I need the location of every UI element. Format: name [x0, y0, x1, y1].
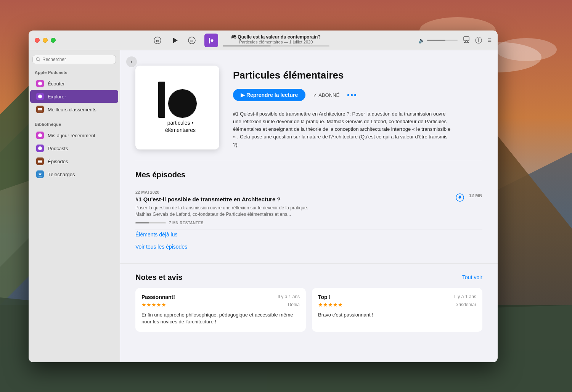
- search-box[interactable]: [32, 55, 116, 64]
- back-button[interactable]: ‹: [126, 56, 137, 67]
- sidebar-section-bibliotheque: Bibliothèque: [29, 120, 120, 129]
- episode-item: 22 MAI 2020 #1 Qu'est-il possible de tra…: [135, 185, 482, 230]
- review-meta-1: ★★★★★ Déhia: [141, 302, 300, 308]
- progress-fill: [223, 45, 271, 47]
- review-meta-2: ★★★★★ xrisdemar: [318, 302, 476, 308]
- podcast-info: Particules élémentaires ▶ Reprendre la l…: [233, 66, 482, 149]
- sidebar-item-explorer[interactable]: Explorer: [30, 90, 118, 103]
- review-card-1: Passionnant! Il y a 1 ans ★★★★★ Déhia En…: [135, 288, 306, 332]
- review-title-1: Passionnant!: [141, 294, 175, 300]
- svg-rect-28: [38, 160, 42, 161]
- svg-rect-25: [38, 111, 42, 111]
- reviews-see-all-button[interactable]: Tout voir: [462, 274, 482, 280]
- app-window: 15 30 |●: [29, 31, 498, 362]
- episode-progress-fill: [135, 222, 149, 223]
- title-bar: 15 30 |●: [29, 31, 498, 50]
- review-card-2: Top ! Il y a 1 ans ★★★★★ xrisdemar Bravo…: [312, 288, 482, 332]
- podcast-cover-art: particules •élémentaires: [151, 74, 204, 141]
- reviewer-name-1: Déhia: [288, 302, 300, 307]
- review-header-2: Top ! Il y a 1 ans: [318, 294, 476, 300]
- sidebar-item-telecharges-label: Téléchargés: [48, 172, 75, 177]
- podcasts-icon: [36, 145, 44, 152]
- minimize-button[interactable]: [43, 38, 48, 43]
- info-icon[interactable]: ⓘ: [475, 36, 482, 45]
- episode-duration: 12 MN: [469, 193, 482, 198]
- review-header-1: Passionnant! Il y a 1 ans: [141, 294, 300, 300]
- review-date-2: Il y a 1 ans: [454, 294, 476, 299]
- voir-tous-episodes-link[interactable]: Voir tous les épisodes: [135, 242, 187, 251]
- airplay-icon[interactable]: [463, 36, 470, 45]
- forward-button[interactable]: 30: [187, 35, 197, 45]
- review-title-2: Top !: [318, 294, 331, 300]
- volume-slider-fill: [427, 40, 445, 41]
- sidebar-item-ecouter[interactable]: Écouter: [30, 77, 118, 90]
- podcast-cover: particules •élémentaires: [135, 66, 219, 149]
- maximize-button[interactable]: [51, 38, 56, 43]
- episode-progress-text: 7 MN RESTANTES: [169, 221, 204, 225]
- svg-marker-31: [39, 174, 42, 175]
- svg-rect-23: [38, 108, 42, 109]
- review-stars-2: ★★★★★: [318, 302, 343, 308]
- svg-rect-29: [38, 161, 42, 162]
- episode-meta: 22 MAI 2020 #1 Qu'est-il possible de tra…: [135, 190, 449, 225]
- volume-control: 🔈: [418, 37, 458, 43]
- playback-progress-bar[interactable]: [223, 45, 329, 47]
- sidebar-item-classements[interactable]: Meilleurs classements: [30, 103, 118, 116]
- svg-rect-35: [459, 196, 461, 197]
- episode-actions: 12 MN: [455, 190, 482, 225]
- volume-icon: 🔈: [418, 37, 425, 43]
- now-playing-info: #5 Quelle est la valeur du contemporain?…: [223, 34, 329, 47]
- sidebar-item-podcasts[interactable]: Podcasts: [30, 142, 118, 155]
- svg-rect-30: [38, 162, 42, 163]
- now-playing-artwork: |●: [204, 34, 218, 47]
- review-text-2: Bravo c'est passionnant !: [318, 312, 476, 319]
- explorer-icon: [36, 93, 44, 100]
- svg-point-22: [38, 95, 42, 98]
- sidebar-item-telecharges[interactable]: Téléchargés: [30, 168, 118, 181]
- subscribed-button[interactable]: ✓ ABONNÉ: [313, 92, 339, 98]
- logo-circle: [168, 89, 197, 118]
- elements-deja-lus-link[interactable]: Éléments déjà lus: [135, 230, 178, 239]
- play-button[interactable]: [169, 35, 180, 46]
- playback-controls: 15 30: [153, 35, 197, 46]
- rewind-button[interactable]: 15: [153, 35, 162, 45]
- now-playing-subtitle: Particules élémentaires — 1 juillet 2020: [239, 40, 313, 44]
- sidebar-item-podcasts-label: Podcasts: [48, 146, 68, 151]
- episode-description: Poser la question de la transmission ouv…: [135, 205, 318, 218]
- sidebar-item-episodes[interactable]: Épisodes: [30, 155, 118, 168]
- list-icon[interactable]: ≡: [487, 36, 492, 44]
- resume-button[interactable]: ▶ Reprendre la lecture: [233, 89, 305, 101]
- reviews-section: Notes et avis Tout voir Passionnant! Il …: [120, 263, 498, 341]
- sidebar-item-ecouter-label: Écouter: [48, 81, 65, 87]
- sidebar-item-miseajour-label: Mis à jour récemment: [48, 133, 95, 138]
- more-options-button[interactable]: •••: [347, 91, 357, 100]
- miseajour-icon: [36, 132, 44, 139]
- download-button[interactable]: [455, 193, 464, 204]
- episode-progress-bar: [135, 222, 166, 223]
- sidebar-item-miseajour[interactable]: Mis à jour récemment: [30, 129, 118, 142]
- content-area: ‹ particules •élémentaires Pa: [120, 50, 498, 362]
- reviewer-name-2: xrisdemar: [456, 302, 476, 307]
- episode-date: 22 MAI 2020: [135, 190, 449, 194]
- svg-point-27: [38, 146, 42, 150]
- podcast-title: Particules élémentaires: [233, 69, 482, 81]
- classements-icon: [36, 106, 44, 113]
- podcast-header: particules •élémentaires Particules élém…: [120, 50, 498, 161]
- podcast-description: #1 Qu'est-il possible de transmettre en …: [233, 110, 454, 149]
- title-bar-controls: 15 30 |●: [63, 34, 418, 47]
- svg-rect-32: [39, 176, 42, 177]
- logo-vertical-bar: [158, 82, 165, 118]
- volume-slider[interactable]: [427, 40, 458, 41]
- svg-text:30: 30: [190, 39, 193, 43]
- episodes-icon: [36, 157, 44, 165]
- traffic-lights: [35, 38, 56, 43]
- search-input[interactable]: [42, 57, 112, 62]
- episode-title[interactable]: #1 Qu'est-il possible de transmettre en …: [135, 196, 449, 202]
- svg-marker-14: [173, 38, 178, 43]
- episodes-section: Mes épisodes 22 MAI 2020 #1 Qu'est-il po…: [120, 161, 498, 263]
- main-content: Apple Podcasts Écouter Explorer Meilleur…: [29, 50, 498, 362]
- episode-progress: 7 MN RESTANTES: [135, 221, 449, 225]
- svg-point-8: [496, 38, 557, 61]
- reviews-header: Notes et avis Tout voir: [135, 273, 482, 282]
- close-button[interactable]: [35, 38, 40, 43]
